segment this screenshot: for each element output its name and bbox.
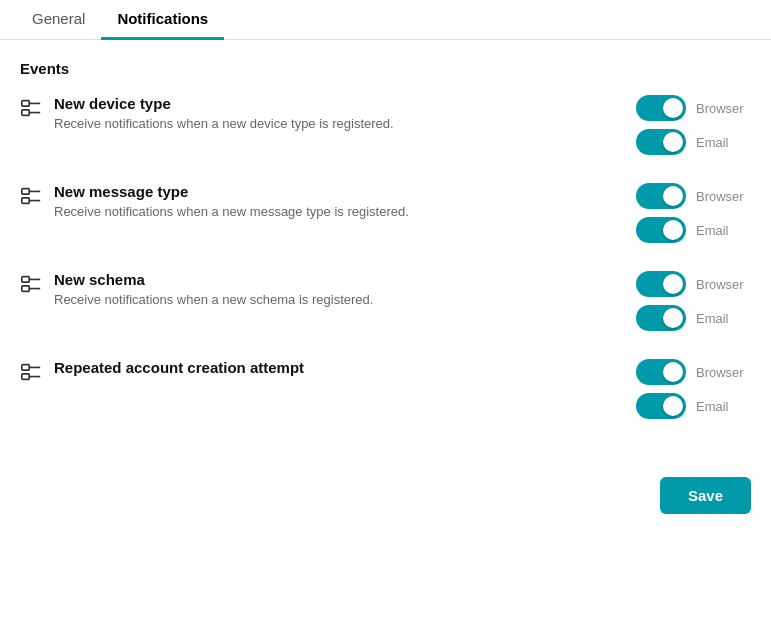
- email-label: Email: [696, 311, 751, 326]
- browser-toggle-row: Browser: [636, 359, 751, 385]
- event-icon: [20, 361, 42, 387]
- event-icon: [20, 97, 42, 123]
- tabs-container: General Notifications: [0, 0, 771, 40]
- save-button[interactable]: Save: [660, 477, 751, 514]
- event-description: Receive notifications when a new message…: [54, 204, 606, 219]
- email-label: Email: [696, 135, 751, 150]
- browser-label: Browser: [696, 365, 751, 380]
- tab-general[interactable]: General: [16, 0, 101, 40]
- event-title: Repeated account creation attempt: [54, 359, 606, 376]
- toggle-group: Browser Email: [636, 271, 751, 331]
- browser-toggle-row: Browser: [636, 95, 751, 121]
- browser-toggle-row: Browser: [636, 183, 751, 209]
- browser-label: Browser: [696, 101, 751, 116]
- toggle[interactable]: [636, 217, 686, 243]
- event-row-new-device-type: New device type Receive notifications wh…: [20, 95, 751, 155]
- toggle[interactable]: [636, 305, 686, 331]
- event-title: New device type: [54, 95, 606, 112]
- svg-rect-13: [22, 286, 29, 292]
- tab-notifications[interactable]: Notifications: [101, 0, 224, 40]
- toggle[interactable]: [636, 359, 686, 385]
- event-icon: [20, 273, 42, 299]
- email-toggle-row: Email: [636, 393, 751, 419]
- email-label: Email: [696, 399, 751, 414]
- event-info: New device type Receive notifications wh…: [54, 95, 606, 131]
- toggle[interactable]: [636, 271, 686, 297]
- browser-toggle-row: Browser: [636, 271, 751, 297]
- event-description: Receive notifications when a new device …: [54, 116, 606, 131]
- event-row-repeated-account: Repeated account creation attempt Browse…: [20, 359, 751, 419]
- browser-label: Browser: [696, 277, 751, 292]
- section-title: Events: [20, 60, 751, 77]
- svg-rect-12: [22, 277, 29, 283]
- footer: Save: [0, 467, 771, 534]
- toggle[interactable]: [636, 129, 686, 155]
- event-row-new-message-type: New message type Receive notifications w…: [20, 183, 751, 243]
- email-toggle-row: Email: [636, 129, 751, 155]
- content-area: Events New device type Receive notificat…: [0, 40, 771, 467]
- toggle-group: Browser Email: [636, 359, 751, 419]
- toggle[interactable]: [636, 183, 686, 209]
- event-title: New message type: [54, 183, 606, 200]
- toggle[interactable]: [636, 95, 686, 121]
- svg-rect-19: [22, 374, 29, 380]
- email-toggle-row: Email: [636, 305, 751, 331]
- event-description: Receive notifications when a new schema …: [54, 292, 606, 307]
- event-info: Repeated account creation attempt: [54, 359, 606, 380]
- svg-rect-0: [22, 101, 29, 107]
- svg-rect-6: [22, 189, 29, 195]
- event-title: New schema: [54, 271, 606, 288]
- event-icon: [20, 185, 42, 211]
- toggle[interactable]: [636, 393, 686, 419]
- email-toggle-row: Email: [636, 217, 751, 243]
- event-row-new-schema: New schema Receive notifications when a …: [20, 271, 751, 331]
- event-info: New message type Receive notifications w…: [54, 183, 606, 219]
- toggle-group: Browser Email: [636, 183, 751, 243]
- toggle-group: Browser Email: [636, 95, 751, 155]
- browser-label: Browser: [696, 189, 751, 204]
- email-label: Email: [696, 223, 751, 238]
- svg-rect-18: [22, 365, 29, 371]
- svg-rect-7: [22, 198, 29, 204]
- svg-rect-1: [22, 110, 29, 116]
- events-list: New device type Receive notifications wh…: [20, 95, 751, 419]
- event-info: New schema Receive notifications when a …: [54, 271, 606, 307]
